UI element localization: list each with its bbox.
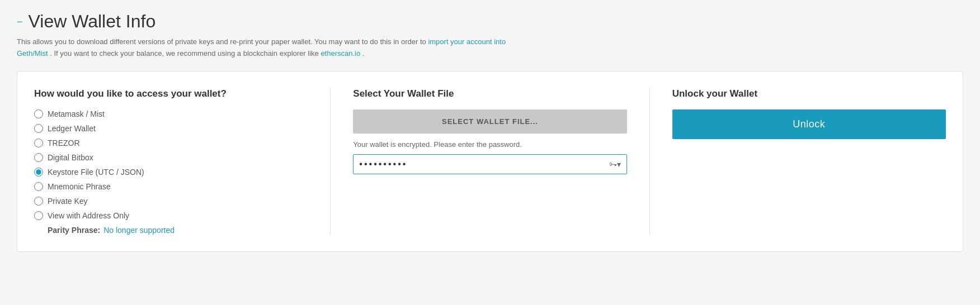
radio-ledger-label[interactable]: Ledger Wallet [48,124,96,133]
wallet-file-section-title: Select Your Wallet File [353,88,626,99]
access-section: How would you like to access your wallet… [34,88,331,235]
list-item[interactable]: Ledger Wallet [34,124,308,133]
access-section-title: How would you like to access your wallet… [34,88,308,99]
unlock-button[interactable]: Unlock [672,109,946,139]
list-item[interactable]: View with Address Only [34,211,308,220]
description-text-1: This allows you to download different ve… [17,37,428,46]
list-item[interactable]: Digital Bitbox [34,153,308,162]
radio-digital-bitbox-label[interactable]: Digital Bitbox [48,153,93,162]
password-field-wrapper: 🗝▾ [353,154,626,174]
radio-trezor-label[interactable]: TREZOR [48,139,80,147]
select-wallet-button[interactable]: SELECT WALLET FILE... [353,109,626,134]
wallet-hint: Your wallet is encrypted. Please enter t… [353,140,626,149]
page-title: View Wallet Info [29,11,156,32]
password-input[interactable] [359,159,609,169]
parity-link[interactable]: No longer supported [103,226,175,235]
etherscan-link[interactable]: etherscan.io [321,49,360,58]
radio-private-key[interactable] [34,197,43,206]
list-item[interactable]: Keystore File (UTC / JSON) [34,168,308,177]
radio-private-key-label[interactable]: Private Key [48,197,88,206]
radio-mnemonic[interactable] [34,182,43,191]
password-toggle-icon[interactable]: 🗝▾ [609,160,621,169]
title-row: − View Wallet Info [17,11,963,32]
description-text-3: . [362,49,365,58]
page-wrapper: − View Wallet Info This allows you to do… [0,0,980,263]
radio-metamask[interactable] [34,109,43,118]
unlock-section: Unlock your Wallet Unlock [650,88,946,235]
unlock-section-title: Unlock your Wallet [672,88,946,99]
list-item[interactable]: Metamask / Mist [34,109,308,118]
parity-row: Parity Phrase: No longer supported [34,226,308,235]
list-item[interactable]: Private Key [34,197,308,206]
list-item[interactable]: Mnemonic Phrase [34,182,308,191]
radio-keystore[interactable] [34,168,43,177]
wallet-file-section: Select Your Wallet File SELECT WALLET FI… [331,88,649,235]
main-card: How would you like to access your wallet… [17,71,963,252]
radio-keystore-label[interactable]: Keystore File (UTC / JSON) [48,168,144,177]
radio-trezor[interactable] [34,139,43,147]
description-text-2: . If you want to check your balance, we … [50,49,321,58]
radio-mnemonic-label[interactable]: Mnemonic Phrase [48,182,111,191]
page-description: This allows you to download different ve… [17,36,520,60]
radio-address-only[interactable] [34,211,43,220]
parity-label: Parity Phrase: [48,226,100,235]
access-options-list: Metamask / Mist Ledger Wallet TREZOR Dig… [34,109,308,220]
list-item[interactable]: TREZOR [34,139,308,147]
collapse-icon[interactable]: − [17,17,23,27]
radio-digital-bitbox[interactable] [34,153,43,162]
radio-address-only-label[interactable]: View with Address Only [48,211,129,220]
radio-ledger[interactable] [34,124,43,133]
radio-metamask-label[interactable]: Metamask / Mist [48,109,105,118]
